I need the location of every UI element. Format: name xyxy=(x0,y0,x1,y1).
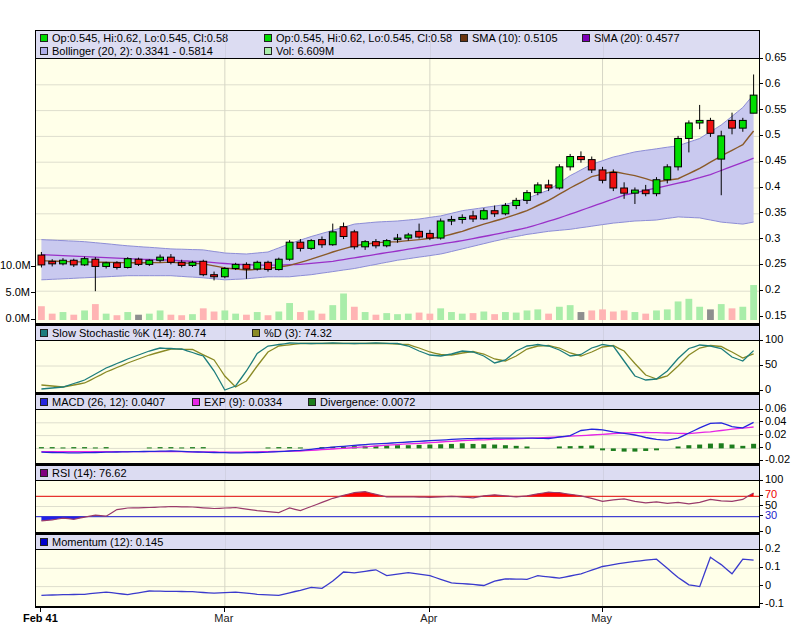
candle-body xyxy=(200,261,207,274)
candle-body xyxy=(275,259,282,269)
volume-bar xyxy=(545,314,552,320)
candle-body xyxy=(480,211,487,219)
divergence-bar xyxy=(578,446,583,449)
volume-bar xyxy=(373,315,380,320)
divergence-bar xyxy=(632,448,637,451)
axis-label: 0.2 xyxy=(765,284,780,295)
axis-tick xyxy=(759,238,763,239)
axis-tick xyxy=(31,319,35,320)
ohlc-2-swatch xyxy=(264,34,272,42)
candle-body xyxy=(221,268,228,276)
candle-body xyxy=(750,95,757,113)
candle-body xyxy=(437,221,444,238)
volume-bar xyxy=(265,315,272,320)
legend-row: Momentum (12): 0.145 xyxy=(40,536,755,549)
legend-label-volume: Vol: 6.609M xyxy=(276,45,334,57)
divergence-bar xyxy=(147,447,152,448)
legend-label-sma10: SMA (10): 0.5105 xyxy=(472,32,558,44)
legend-label-stoch-k: Slow Stochastic %K (14): 80.74 xyxy=(52,327,206,339)
volume-bar xyxy=(524,310,531,320)
legend-gridline xyxy=(225,31,226,58)
legend-label-ohlc-1: Op:0.545, Hi:0.62, Lo:0.545, Cl:0.58 xyxy=(52,32,228,44)
volume-bar xyxy=(275,312,282,320)
candle-body xyxy=(308,241,315,249)
legend-item-exp: EXP (9): 0.0334 xyxy=(192,396,308,408)
candle-body xyxy=(642,190,649,194)
candle-body xyxy=(621,188,628,193)
divergence-bar xyxy=(611,448,616,451)
divergence-bar xyxy=(514,446,519,449)
axis-tick xyxy=(759,421,763,422)
divergence-bar xyxy=(524,446,529,448)
axis-label: 0.15 xyxy=(765,310,786,321)
legend-row: Slow Stochastic %K (14): 80.74%D (3): 74… xyxy=(40,327,755,340)
rsi-legend: RSI (14): 76.62 xyxy=(36,466,759,481)
axis-label: 0 xyxy=(765,384,771,395)
volume-bar xyxy=(480,312,487,320)
volume-bar xyxy=(60,312,67,320)
axis-tick xyxy=(759,515,763,516)
volume-bar xyxy=(362,312,369,320)
stochastic-plot xyxy=(36,341,759,392)
legend-gridline xyxy=(430,326,431,340)
candle-body xyxy=(92,259,99,266)
axis-label: 0.55 xyxy=(765,104,786,115)
candle-body xyxy=(60,260,67,264)
candle-body xyxy=(718,136,725,159)
divergence-bar xyxy=(449,444,454,448)
axis-tick xyxy=(759,603,763,604)
volume-bar xyxy=(513,313,520,320)
volume-bar xyxy=(297,312,304,320)
axis-tick xyxy=(759,161,763,162)
candle-body xyxy=(491,211,498,214)
stochastic-legend: Slow Stochastic %K (14): 80.74%D (3): 74… xyxy=(36,326,759,341)
price-volume-plot xyxy=(36,59,759,323)
volume-bar xyxy=(70,315,77,320)
candle-body xyxy=(416,231,423,237)
divergence-bar xyxy=(276,447,281,448)
legend-label-rsi: RSI (14): 76.62 xyxy=(52,467,127,479)
divergence-bar xyxy=(481,444,486,448)
candle-body xyxy=(211,275,218,277)
divergence-bar xyxy=(168,447,173,448)
volume-bar xyxy=(124,312,131,320)
legend-label-stoch-d: %D (3): 74.32 xyxy=(264,327,332,339)
volume-bar xyxy=(437,308,444,320)
volume-bar xyxy=(653,310,660,320)
volume-bar xyxy=(556,307,563,320)
axis-tick xyxy=(759,135,763,136)
candle-body xyxy=(567,157,574,167)
divergence-bar xyxy=(298,447,303,448)
stoch-d-swatch xyxy=(252,329,260,337)
volume-bar xyxy=(567,305,574,320)
divergence-bar xyxy=(719,443,724,448)
divergence-bar xyxy=(190,447,195,448)
candle-body xyxy=(340,227,347,237)
axis-label: -0.1 xyxy=(765,598,784,609)
volume-bar xyxy=(340,294,347,321)
divergence-bar xyxy=(654,448,659,450)
volume-bar xyxy=(534,309,541,320)
candle-body xyxy=(38,255,45,265)
divergence-bar xyxy=(417,445,422,449)
candle-body xyxy=(739,120,746,128)
volume-bar xyxy=(632,312,639,320)
stock-chart: Op:0.545, Hi:0.62, Lo:0.545, Cl:0.58Op:0… xyxy=(0,0,800,640)
main-legend: Op:0.545, Hi:0.62, Lo:0.545, Cl:0.58Op:0… xyxy=(36,31,759,59)
candle-body xyxy=(167,257,174,262)
volume-swatch xyxy=(264,47,272,55)
legend-item-macd: MACD (26, 12): 0.0407 xyxy=(40,396,192,408)
volume-bar xyxy=(211,312,218,320)
volume-bar xyxy=(578,312,585,320)
candle-body xyxy=(534,185,541,193)
volume-bar xyxy=(38,306,45,320)
candle-body xyxy=(653,180,660,194)
divergence-bar xyxy=(557,446,562,448)
volume-bar xyxy=(718,304,725,320)
candle-body xyxy=(556,167,563,188)
volume-bar xyxy=(729,308,736,320)
divergence-bar xyxy=(158,447,163,448)
legend-gridline xyxy=(430,395,431,409)
candle-body xyxy=(329,232,336,245)
volume-bars xyxy=(38,285,757,320)
